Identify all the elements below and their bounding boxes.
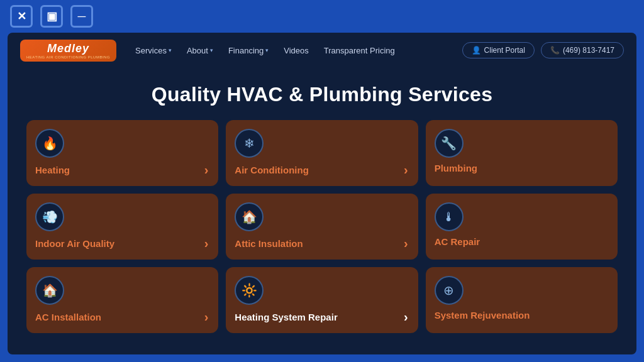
service-label: AC Installation xyxy=(35,312,101,322)
client-portal-button[interactable]: 👤 Client Portal xyxy=(462,42,535,58)
logo[interactable]: Medley HEATING AIR CONDITIONING PLUMBING xyxy=(20,40,116,62)
page-title: Quality HVAC & Plumbing Services xyxy=(152,83,492,106)
maximize-button[interactable]: ▣ xyxy=(40,5,63,28)
browser-window: Medley HEATING AIR CONDITIONING PLUMBING… xyxy=(8,33,636,354)
service-label: Air Conditioning xyxy=(235,165,308,175)
service-card-rejuvenation[interactable]: ⊕ System Rejuvenation xyxy=(426,267,618,333)
chevron-down-icon: ▾ xyxy=(210,47,213,53)
nav-videos[interactable]: Videos xyxy=(277,42,315,59)
rejuvenation-icon: ⊕ xyxy=(435,276,464,305)
arrow-icon: › xyxy=(404,163,408,177)
arrow-icon: › xyxy=(204,236,209,251)
chevron-down-icon: ▾ xyxy=(169,47,172,53)
navbar-left: Medley HEATING AIR CONDITIONING PLUMBING… xyxy=(20,40,401,62)
ac-repair-icon: 🌡 xyxy=(435,202,464,231)
service-card-plumbing[interactable]: 🔧 Plumbing xyxy=(426,120,618,186)
service-card-heat-repair[interactable]: 🔆 Heating System Repair › xyxy=(226,267,418,333)
user-icon: 👤 xyxy=(472,46,481,55)
minimize-button[interactable]: ─ xyxy=(70,5,93,28)
service-label: AC Repair xyxy=(435,236,480,247)
close-button[interactable]: ✕ xyxy=(10,5,33,28)
main-content: Quality HVAC & Plumbing Services 🔥 Heati… xyxy=(8,68,636,354)
arrow-icon: › xyxy=(404,236,408,251)
arrow-icon: › xyxy=(204,310,209,324)
service-card-ac-repair[interactable]: 🌡 AC Repair xyxy=(426,194,618,260)
arrow-icon: › xyxy=(404,310,408,324)
ac-icon: ❄ xyxy=(235,129,264,158)
service-card-iaq[interactable]: 💨 Indoor Air Quality › xyxy=(26,194,218,260)
navbar-right: 👤 Client Portal 📞 (469) 813-7417 xyxy=(462,42,624,58)
phone-icon: 📞 xyxy=(550,46,560,55)
service-card-heating[interactable]: 🔥 Heating › xyxy=(26,120,218,186)
arrow-icon: › xyxy=(204,163,209,177)
service-label: Attic Insulation xyxy=(235,238,303,249)
logo-subtext: HEATING AIR CONDITIONING PLUMBING xyxy=(26,55,110,59)
nav-pricing[interactable]: Transparent Pricing xyxy=(318,42,401,59)
service-card-ac-install[interactable]: 🏠 AC Installation › xyxy=(26,267,218,333)
service-card-attic[interactable]: 🏠 Attic Insulation › xyxy=(226,194,418,260)
service-label: Plumbing xyxy=(435,163,477,173)
phone-button[interactable]: 📞 (469) 813-7417 xyxy=(541,42,624,58)
services-grid: 🔥 Heating › ❄ Air Conditioning › xyxy=(26,120,618,333)
titlebar: ✕ ▣ ─ xyxy=(0,0,644,33)
heating-icon: 🔥 xyxy=(35,129,64,158)
service-label: Heating xyxy=(35,165,70,175)
nav-financing[interactable]: Financing ▾ xyxy=(222,42,275,59)
chevron-down-icon: ▾ xyxy=(265,47,269,53)
attic-icon: 🏠 xyxy=(235,202,264,231)
ac-install-icon: 🏠 xyxy=(35,276,64,305)
service-label: Indoor Air Quality xyxy=(35,238,114,249)
iaq-icon: 💨 xyxy=(35,202,64,231)
heat-repair-icon: 🔆 xyxy=(235,276,264,305)
plumbing-icon: 🔧 xyxy=(435,129,464,158)
logo-text: Medley xyxy=(47,42,89,55)
nav-links: Services ▾ About ▾ Financing ▾ Videos Tr… xyxy=(129,42,401,59)
service-card-ac[interactable]: ❄ Air Conditioning › xyxy=(226,120,418,186)
nav-about[interactable]: About ▾ xyxy=(180,42,219,59)
service-label: Heating System Repair xyxy=(235,312,337,322)
nav-services[interactable]: Services ▾ xyxy=(129,42,178,59)
service-label: System Rejuvenation xyxy=(435,310,530,321)
navbar: Medley HEATING AIR CONDITIONING PLUMBING… xyxy=(8,33,636,68)
